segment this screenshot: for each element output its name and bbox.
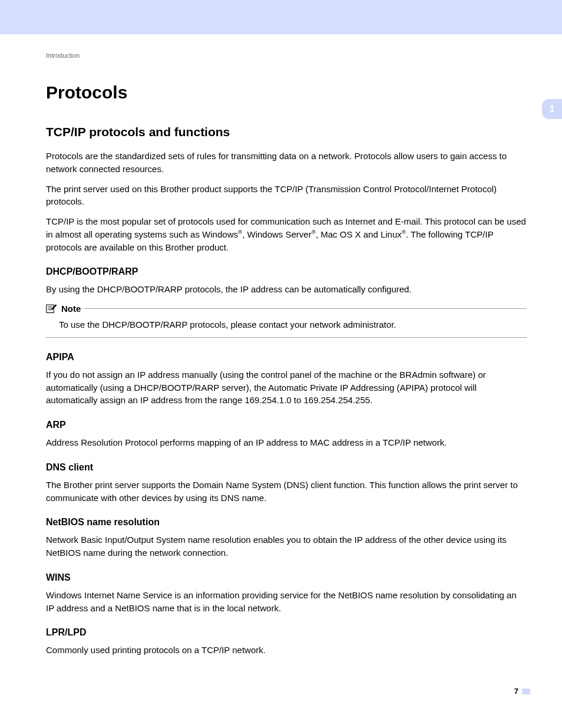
- heading-arp: ARP: [46, 420, 527, 430]
- body-dns: The Brother print server supports the Do…: [46, 479, 527, 505]
- note-box: Note To use the DHCP/BOOTP/RARP protocol…: [46, 303, 527, 338]
- heading-dhcp: DHCP/BOOTP/RARP: [46, 266, 527, 277]
- text-span: , Mac OS X and Linux: [316, 229, 402, 239]
- note-rule: [84, 308, 527, 309]
- note-body: To use the DHCP/BOOTP/RARP protocols, pl…: [46, 314, 527, 338]
- body-wins: Windows Internet Name Service is an info…: [46, 589, 527, 615]
- breadcrumb: Introduction: [46, 52, 527, 59]
- page-content: Introduction 1 Protocols TCP/IP protocol…: [0, 34, 562, 657]
- page-number: 7: [514, 687, 518, 696]
- intro-paragraph-2: The print server used on this Brother pr…: [46, 183, 527, 209]
- header-bar: [0, 0, 562, 34]
- heading-netbios: NetBIOS name resolution: [46, 517, 527, 528]
- note-header: Note: [46, 303, 527, 314]
- text-span: , Windows Server: [242, 229, 312, 239]
- body-netbios: Network Basic Input/Output System name r…: [46, 533, 527, 559]
- body-lpr: Commonly used printing protocols on a TC…: [46, 644, 527, 657]
- heading-protocols: Protocols: [46, 83, 527, 103]
- note-label: Note: [61, 304, 81, 314]
- note-icon: [46, 303, 58, 314]
- body-arp: Address Resolution Protocol performs map…: [46, 436, 527, 449]
- body-dhcp: By using the DHCP/BOOTP/RARP protocols, …: [46, 283, 527, 296]
- intro-paragraph-3: TCP/IP is the most popular set of protoc…: [46, 215, 527, 253]
- page-number-area: 7: [514, 687, 530, 696]
- heading-wins: WINS: [46, 572, 527, 583]
- heading-tcpip: TCP/IP protocols and functions: [46, 125, 527, 139]
- chapter-tab: 1: [542, 99, 562, 119]
- heading-apipa: APIPA: [46, 352, 527, 363]
- heading-dns: DNS client: [46, 462, 527, 473]
- registered-symbol: ®: [402, 229, 406, 235]
- intro-paragraph-1: Protocols are the standardized sets of r…: [46, 150, 527, 176]
- registered-symbol: ®: [312, 229, 316, 235]
- heading-lpr: LPR/LPD: [46, 627, 527, 638]
- body-apipa: If you do not assign an IP address manua…: [46, 368, 527, 407]
- page-number-accent: [522, 689, 530, 694]
